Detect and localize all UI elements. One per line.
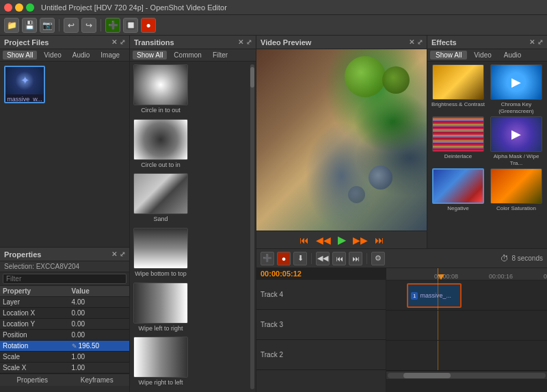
transition-item[interactable]: Wipe bottom to top: [133, 228, 189, 280]
tab-keyframes[interactable]: Keyframes: [65, 374, 130, 386]
effects-tab-video[interactable]: Video: [468, 51, 496, 60]
tab-audio[interactable]: Audio: [68, 51, 94, 60]
effect-alpha[interactable]: ▶ Alpha Mask / Wipe Tra...: [488, 116, 544, 166]
rewind-start-button[interactable]: ⏮: [298, 233, 310, 246]
tl-add-button[interactable]: ➕: [261, 252, 274, 265]
tl-down-button[interactable]: ⬇: [293, 252, 307, 265]
tab-properties[interactable]: Properties: [0, 374, 65, 386]
fast-forward-button[interactable]: ▶▶: [351, 233, 369, 246]
transition-item[interactable]: Wipe left to right: [133, 283, 189, 335]
record-button[interactable]: ●: [141, 18, 156, 33]
track-label-2: Track 2: [256, 340, 386, 370]
timecode: 00:00:05:12: [256, 268, 386, 280]
prop-scale-name: Scale: [0, 352, 69, 363]
effect-negative[interactable]: Negative: [430, 168, 486, 212]
video-expand-icon[interactable]: ⤢: [417, 38, 423, 46]
close-icon[interactable]: ✕: [111, 38, 117, 46]
effects-tab-show-all[interactable]: Show All: [430, 51, 467, 60]
properties-close-icon[interactable]: ✕: [111, 250, 117, 258]
timeline-clip[interactable]: 1 massive_...: [407, 283, 462, 308]
video-close-icon[interactable]: ✕: [409, 38, 414, 46]
project-files-tabs[interactable]: Show All Video Audio Image: [0, 49, 129, 62]
tab-image[interactable]: Image: [96, 51, 124, 60]
properties-tab-bar: Properties Keyframes: [0, 374, 129, 386]
table-row-rotation[interactable]: Rotation ✎ 196.50: [0, 341, 129, 352]
properties-icons[interactable]: ✕ ⤢: [111, 250, 125, 258]
properties-expand-icon[interactable]: ⤢: [120, 250, 125, 258]
scrollbar-thumb: [403, 373, 451, 378]
titlebar: Untitled Project [HDV 720 24p] - OpenSho…: [0, 0, 547, 15]
effect-chroma[interactable]: ▶ Chroma Key (Greenscreen): [488, 64, 544, 114]
effect-brightness[interactable]: Brightness & Contrast: [430, 64, 486, 114]
window-controls[interactable]: [4, 3, 34, 12]
project-files-icons[interactable]: ✕ ⤢: [111, 38, 125, 46]
layout-button[interactable]: 🔲: [123, 18, 138, 33]
properties-panel: Properties ✕ ⤢ Selection: EXCCA8V204 Pro…: [0, 248, 129, 392]
timeline-scrollbar[interactable]: [386, 371, 547, 379]
video-preview-icons[interactable]: ✕ ⤢: [409, 38, 423, 46]
table-row: Location Y 0.00: [0, 319, 129, 330]
trans-tab-filter[interactable]: Filter: [209, 51, 232, 60]
close-button[interactable]: [4, 3, 12, 12]
effect-color-sat[interactable]: Color Saturation: [488, 168, 544, 212]
ruler-mark-1: 00:00:16: [489, 273, 513, 280]
project-files-content: ✦ massive_w...: [0, 62, 129, 107]
effects-icons[interactable]: ✕ ⤢: [529, 38, 543, 46]
effects-tab-audio[interactable]: Audio: [498, 51, 527, 60]
video-orb-2: [382, 66, 410, 94]
expand-icon[interactable]: ⤢: [120, 38, 125, 46]
chroma-play-icon: ▶: [511, 75, 521, 90]
save-button[interactable]: 💾: [22, 18, 37, 33]
effects-tabs[interactable]: Show All Video Audio: [427, 49, 547, 62]
project-files-title: Project Files: [4, 38, 49, 47]
tl-end-button[interactable]: ⏭: [349, 252, 362, 265]
redo-button[interactable]: ↪: [81, 18, 96, 33]
tl-start-button[interactable]: ⏮: [332, 252, 346, 265]
transitions-scrollbar[interactable]: [250, 64, 254, 389]
transition-item[interactable]: Circle in to out: [133, 64, 189, 117]
effects-panel: Effects ✕ ⤢ Show All Video Audio Brightn…: [427, 36, 547, 248]
prop-scalex-name: Scale X: [0, 363, 69, 374]
effects-grid: Brightness & Contrast ▶ Chroma Key (Gree…: [427, 62, 547, 215]
trans-tab-common[interactable]: Common: [170, 51, 206, 60]
screenshot-button[interactable]: 📷: [40, 18, 55, 33]
transitions-expand-icon[interactable]: ⤢: [246, 38, 252, 46]
play-button[interactable]: ▶: [336, 233, 347, 246]
table-row: Layer 4.00: [0, 297, 129, 308]
tab-video[interactable]: Video: [40, 51, 65, 60]
transition-item[interactable]: Wipe right to left: [133, 337, 189, 389]
transitions-tabs[interactable]: Show All Common Filter: [130, 49, 256, 62]
add-button[interactable]: ➕: [105, 18, 120, 33]
prop-pos-value: 0.00: [69, 330, 129, 341]
file-thumb-preview: ✦: [5, 67, 44, 94]
effects-close-icon[interactable]: ✕: [529, 38, 535, 46]
prop-locx-value: 0.00: [69, 308, 129, 319]
effect-deinterlace[interactable]: Deinterlace: [430, 116, 486, 166]
transitions-close-icon[interactable]: ✕: [238, 38, 243, 46]
transitions-icons[interactable]: ✕ ⤢: [238, 38, 252, 46]
window-title: Untitled Project [HDV 720 24p] - OpenSho…: [41, 3, 227, 12]
tl-rewind-button[interactable]: ◀◀: [316, 252, 330, 265]
minimize-button[interactable]: [15, 3, 23, 12]
trans-tab-show-all[interactable]: Show All: [133, 51, 167, 60]
transition-item[interactable]: Sand: [133, 173, 189, 226]
properties-filter-input[interactable]: [3, 274, 126, 284]
prop-rot-value: ✎ 196.50: [69, 341, 129, 352]
clock-icon: ⏱: [501, 254, 509, 263]
new-button[interactable]: 📁: [4, 18, 19, 33]
track-label-4: Track 4: [256, 280, 386, 310]
file-thumbnail[interactable]: ✦ massive_w...: [4, 66, 45, 103]
transition-item[interactable]: Circle out to in: [133, 119, 189, 172]
tl-settings-button[interactable]: ⚙: [371, 252, 385, 265]
tl-record-button[interactable]: ●: [277, 252, 291, 265]
video-preview-panel: Video Preview ✕ ⤢ ⏮ ◀◀: [256, 36, 427, 248]
tab-show-all[interactable]: Show All: [3, 51, 37, 60]
transitions-header: Transitions ✕ ⤢: [130, 36, 256, 49]
main-layout: Project Files ✕ ⤢ Show All Video Audio I…: [0, 36, 547, 392]
table-row: Scale X 1.00: [0, 363, 129, 374]
rewind-button[interactable]: ◀◀: [315, 233, 332, 246]
undo-button[interactable]: ↩: [64, 18, 79, 33]
effects-expand-icon[interactable]: ⤢: [537, 38, 543, 46]
fast-forward-end-button[interactable]: ⏭: [373, 233, 386, 246]
maximize-button[interactable]: [26, 3, 34, 12]
